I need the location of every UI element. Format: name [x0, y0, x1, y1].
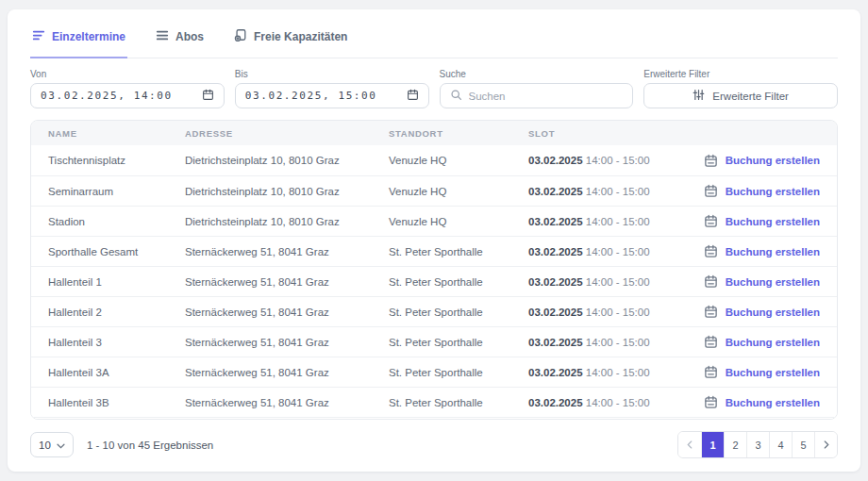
- cell-adresse: Sternäckerweg 51, 8041 Graz: [185, 246, 389, 257]
- page-button-4[interactable]: 4: [769, 432, 792, 457]
- calendar-icon: [704, 214, 718, 228]
- slot-date: 03.02.2025: [528, 155, 586, 166]
- chevron-left-icon: [687, 440, 693, 451]
- von-value: 03.02.2025, 14:00: [41, 90, 173, 102]
- cell-name: Hallenteil 3: [48, 337, 185, 348]
- calendar-icon: [704, 305, 718, 319]
- bis-label: Bis: [235, 69, 429, 79]
- tab-freie-kapazitaeten[interactable]: Freie Kapazitäten: [232, 25, 349, 58]
- calendar-icon: [704, 395, 718, 409]
- tab-label: Freie Kapazitäten: [254, 30, 347, 43]
- next-page-button[interactable]: [814, 432, 837, 457]
- table-body: Tischtennisplatz Dietrichsteinplatz 10, …: [31, 145, 837, 420]
- cell-slot: 03.02.2025 14:00 - 15:00: [528, 307, 654, 318]
- results-count: 1 - 10 von 45 Ergebnissen: [87, 440, 213, 451]
- stack-icon: [156, 29, 169, 44]
- bis-datetime-input[interactable]: 03.02.2025, 15:00: [235, 83, 429, 108]
- buchung-erstellen-link[interactable]: Buchung erstellen: [726, 186, 820, 197]
- von-label: Von: [30, 69, 225, 79]
- buchung-erstellen-link[interactable]: Buchung erstellen: [726, 367, 820, 378]
- cell-adresse: Dietrichsteinplatz 10, 8010 Graz: [185, 155, 389, 166]
- buchung-erstellen-link[interactable]: Buchung erstellen: [726, 307, 820, 318]
- cell-slot: 03.02.2025 14:00 - 15:00: [528, 337, 654, 348]
- table-row: Hallenteil 1 Sternäckerweg 51, 8041 Graz…: [31, 266, 837, 296]
- slot-time: 14:00 - 15:00: [586, 337, 650, 348]
- page-button-3[interactable]: 3: [746, 432, 769, 457]
- table-row: Sporthalle Gesamt Sternäckerweg 51, 8041…: [31, 236, 837, 266]
- tab-abos[interactable]: Abos: [154, 25, 206, 58]
- cell-name: Tischtennisplatz: [48, 155, 185, 166]
- buchung-erstellen-link[interactable]: Buchung erstellen: [726, 216, 820, 227]
- tab-bar: Einzeltermine Abos Freie Kapazitäten: [30, 25, 838, 58]
- cell-name: Hallenteil 3A: [48, 367, 185, 378]
- chevron-down-icon: [57, 440, 65, 451]
- von-datetime-input[interactable]: 03.02.2025, 14:00: [30, 83, 225, 108]
- page-button-1[interactable]: 1: [701, 432, 724, 457]
- cell-slot: 03.02.2025 14:00 - 15:00: [528, 397, 654, 408]
- calendar-icon: [704, 154, 718, 168]
- cell-slot: 03.02.2025 14:00 - 15:00: [528, 155, 654, 166]
- table-row: Seminarraum Dietrichsteinplatz 10, 8010 …: [31, 175, 837, 206]
- calendar-icon[interactable]: [202, 89, 214, 103]
- table-row: Hallenteil 3B Sternäckerweg 51, 8041 Gra…: [31, 387, 837, 417]
- col-slot: SLOT: [528, 128, 654, 139]
- erweiterte-filter-label: Erweiterte Filter: [643, 69, 838, 79]
- buchung-erstellen-link[interactable]: Buchung erstellen: [726, 246, 820, 257]
- tab-label: Abos: [175, 30, 204, 43]
- table-header: NAME ADRESSE STANDORT SLOT: [31, 121, 837, 145]
- calendar-icon[interactable]: [407, 89, 419, 103]
- cell-standort: St. Peter Sporthalle: [389, 246, 528, 257]
- cell-adresse: Dietrichsteinplatz 10, 8010 Graz: [185, 186, 389, 197]
- cell-adresse: Sternäckerweg 51, 8041 Graz: [185, 276, 389, 288]
- search-icon: [450, 89, 462, 103]
- table-row: Hallenteil 3A Sternäckerweg 51, 8041 Gra…: [31, 357, 837, 387]
- cell-standort: Venuzle HQ: [389, 186, 528, 197]
- prev-page-button[interactable]: [678, 432, 701, 457]
- slot-time: 14:00 - 15:00: [586, 246, 650, 257]
- search-field: [440, 83, 634, 108]
- table-row: Tischtennisplatz Dietrichsteinplatz 10, …: [31, 145, 837, 175]
- slot-date: 03.02.2025: [528, 367, 586, 378]
- table-row: Stadion Dietrichsteinplatz 10, 8010 Graz…: [31, 206, 837, 236]
- bis-value: 03.02.2025, 15:00: [245, 90, 377, 102]
- calendar-icon: [704, 335, 718, 349]
- page-button-5[interactable]: 5: [792, 432, 814, 457]
- slot-time: 14:00 - 15:00: [586, 367, 650, 378]
- table-row: Hallenteil 3 Sternäckerweg 51, 8041 Graz…: [31, 326, 837, 357]
- buchung-erstellen-link[interactable]: Buchung erstellen: [726, 397, 820, 408]
- cell-adresse: Dietrichsteinplatz 10, 8010 Graz: [185, 216, 389, 227]
- filter-bar: Von 03.02.2025, 14:00 Bis 03.02.2025, 15…: [30, 69, 838, 108]
- erweiterte-filter-button-label: Erweiterte Filter: [712, 91, 789, 102]
- slot-time: 14:00 - 15:00: [586, 276, 650, 288]
- col-name: NAME: [48, 128, 185, 139]
- calendar-icon: [704, 184, 718, 198]
- cell-name: Hallenteil 3B: [48, 397, 185, 408]
- slot-time: 14:00 - 15:00: [586, 216, 650, 227]
- table-row: Venue Name - Facility 03.02.2025 14:00 -…: [31, 417, 837, 420]
- slot-date: 03.02.2025: [528, 216, 586, 227]
- col-adresse: ADRESSE: [185, 128, 389, 139]
- cell-adresse: Sternäckerweg 51, 8041 Graz: [185, 397, 389, 408]
- cell-name: Stadion: [48, 216, 185, 227]
- table-row: Hallenteil 2 Sternäckerweg 51, 8041 Graz…: [31, 296, 837, 326]
- erweiterte-filter-button[interactable]: Erweiterte Filter: [643, 83, 838, 108]
- page-size-select[interactable]: 10: [30, 432, 74, 457]
- chevron-right-icon: [824, 440, 829, 451]
- buchung-erstellen-link[interactable]: Buchung erstellen: [726, 337, 820, 348]
- cell-name: Hallenteil 1: [48, 276, 185, 288]
- cell-slot: 03.02.2025 14:00 - 15:00: [528, 367, 654, 378]
- sliders-icon: [693, 89, 705, 103]
- tab-einzeltermine[interactable]: Einzeltermine: [30, 25, 127, 58]
- table-footer: 10 1 - 10 von 45 Ergebnissen 12345: [30, 431, 838, 458]
- slots-table: NAME ADRESSE STANDORT SLOT Tischtennispl…: [30, 120, 838, 420]
- slot-date: 03.02.2025: [528, 397, 586, 408]
- buchung-erstellen-link[interactable]: Buchung erstellen: [726, 276, 820, 288]
- buchung-erstellen-link[interactable]: Buchung erstellen: [726, 155, 820, 166]
- calendar-icon: [704, 244, 718, 258]
- cell-standort: Venuzle HQ: [389, 155, 528, 166]
- tab-label: Einzeltermine: [52, 30, 125, 43]
- page-button-2[interactable]: 2: [724, 432, 746, 457]
- filter-erweitert: Erweiterte Filter Erweiterte Filter: [643, 69, 838, 108]
- slot-time: 14:00 - 15:00: [586, 397, 650, 408]
- search-input[interactable]: [469, 91, 624, 102]
